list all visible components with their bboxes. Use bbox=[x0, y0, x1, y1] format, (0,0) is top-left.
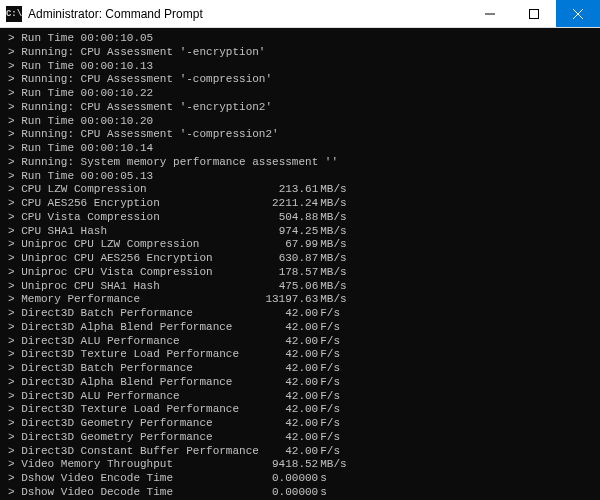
result-value: 0.00000 bbox=[246, 486, 319, 500]
result-value: 475.06 bbox=[246, 280, 319, 294]
result-label: Uniproc CPU SHA1 Hash bbox=[21, 280, 245, 294]
result-label: Dshow Video Decode Time bbox=[21, 486, 245, 500]
result-line: Direct3D Texture Load Performance42.00F/… bbox=[8, 403, 592, 417]
result-unit: s bbox=[318, 472, 327, 486]
result-unit: F/s bbox=[318, 417, 340, 431]
result-label: CPU SHA1 Hash bbox=[21, 225, 245, 239]
result-line: Direct3D Geometry Performance42.00F/s bbox=[8, 417, 592, 431]
output-line: Run Time 00:00:10.05 bbox=[8, 32, 592, 46]
result-value: 42.00 bbox=[246, 431, 319, 445]
output-line: Running: CPU Assessment '-encryption2' bbox=[8, 101, 592, 115]
result-unit: MB/s bbox=[318, 183, 346, 197]
result-unit: MB/s bbox=[318, 197, 346, 211]
titlebar[interactable]: C:\ Administrator: Command Prompt bbox=[0, 0, 600, 28]
terminal-output[interactable]: Run Time 00:00:10.05Running: CPU Assessm… bbox=[0, 28, 600, 500]
result-label: Video Memory Throughput bbox=[21, 458, 245, 472]
result-line: Dshow Video Decode Time0.00000s bbox=[8, 486, 592, 500]
result-label: Direct3D Batch Performance bbox=[21, 307, 245, 321]
result-unit: F/s bbox=[318, 431, 340, 445]
result-unit: MB/s bbox=[318, 280, 346, 294]
result-line: CPU AES256 Encryption2211.24MB/s bbox=[8, 197, 592, 211]
result-value: 42.00 bbox=[246, 362, 319, 376]
result-label: Direct3D Alpha Blend Performance bbox=[21, 321, 245, 335]
result-unit: MB/s bbox=[318, 266, 346, 280]
maximize-icon bbox=[529, 9, 539, 19]
result-line: Direct3D Batch Performance42.00F/s bbox=[8, 362, 592, 376]
output-line: Running: CPU Assessment '-compression' bbox=[8, 73, 592, 87]
result-label: Direct3D ALU Performance bbox=[21, 390, 245, 404]
result-value: 42.00 bbox=[246, 445, 319, 459]
result-unit: MB/s bbox=[318, 293, 346, 307]
result-line: Memory Performance13197.63MB/s bbox=[8, 293, 592, 307]
command-prompt-window: C:\ Administrator: Command Prompt Run Ti… bbox=[0, 0, 600, 500]
result-unit: F/s bbox=[318, 376, 340, 390]
result-label: Uniproc CPU Vista Compression bbox=[21, 266, 245, 280]
result-unit: s bbox=[318, 486, 327, 500]
close-icon bbox=[573, 9, 583, 19]
result-value: 42.00 bbox=[246, 321, 319, 335]
result-value: 42.00 bbox=[246, 403, 319, 417]
result-label: Direct3D Constant Buffer Performance bbox=[21, 445, 245, 459]
result-label: Uniproc CPU AES256 Encryption bbox=[21, 252, 245, 266]
minimize-icon bbox=[485, 9, 495, 19]
result-value: 213.61 bbox=[246, 183, 319, 197]
output-line: Running: CPU Assessment '-encryption' bbox=[8, 46, 592, 60]
result-line: Uniproc CPU AES256 Encryption630.87MB/s bbox=[8, 252, 592, 266]
result-label: CPU Vista Compression bbox=[21, 211, 245, 225]
result-label: Direct3D Geometry Performance bbox=[21, 431, 245, 445]
result-line: Dshow Video Encode Time0.00000s bbox=[8, 472, 592, 486]
result-label: Uniproc CPU LZW Compression bbox=[21, 238, 245, 252]
result-label: Direct3D Alpha Blend Performance bbox=[21, 376, 245, 390]
result-line: CPU LZW Compression213.61MB/s bbox=[8, 183, 592, 197]
result-label: Direct3D Batch Performance bbox=[21, 362, 245, 376]
result-label: Direct3D Texture Load Performance bbox=[21, 348, 245, 362]
result-line: Direct3D Alpha Blend Performance42.00F/s bbox=[8, 376, 592, 390]
svg-rect-0 bbox=[530, 9, 539, 18]
result-line: Uniproc CPU LZW Compression67.99MB/s bbox=[8, 238, 592, 252]
result-value: 42.00 bbox=[246, 335, 319, 349]
window-controls bbox=[468, 0, 600, 27]
minimize-button[interactable] bbox=[468, 0, 512, 27]
close-button[interactable] bbox=[556, 0, 600, 27]
maximize-button[interactable] bbox=[512, 0, 556, 27]
result-value: 178.57 bbox=[246, 266, 319, 280]
result-value: 42.00 bbox=[246, 417, 319, 431]
window-title: Administrator: Command Prompt bbox=[28, 7, 203, 21]
title-left: C:\ Administrator: Command Prompt bbox=[0, 6, 203, 22]
result-unit: MB/s bbox=[318, 211, 346, 225]
result-label: CPU AES256 Encryption bbox=[21, 197, 245, 211]
result-unit: F/s bbox=[318, 362, 340, 376]
result-unit: F/s bbox=[318, 307, 340, 321]
result-label: CPU LZW Compression bbox=[21, 183, 245, 197]
result-value: 2211.24 bbox=[246, 197, 319, 211]
output-line: Running: System memory performance asses… bbox=[8, 156, 592, 170]
result-label: Direct3D Texture Load Performance bbox=[21, 403, 245, 417]
result-line: Uniproc CPU SHA1 Hash475.06MB/s bbox=[8, 280, 592, 294]
result-unit: F/s bbox=[318, 348, 340, 362]
result-value: 630.87 bbox=[246, 252, 319, 266]
result-value: 42.00 bbox=[246, 348, 319, 362]
result-value: 67.99 bbox=[246, 238, 319, 252]
result-label: Dshow Video Encode Time bbox=[21, 472, 245, 486]
cmd-icon: C:\ bbox=[6, 6, 22, 22]
result-unit: F/s bbox=[318, 403, 340, 417]
result-unit: F/s bbox=[318, 335, 340, 349]
result-line: Direct3D Texture Load Performance42.00F/… bbox=[8, 348, 592, 362]
result-value: 42.00 bbox=[246, 376, 319, 390]
result-unit: MB/s bbox=[318, 225, 346, 239]
result-label: Direct3D ALU Performance bbox=[21, 335, 245, 349]
result-unit: F/s bbox=[318, 390, 340, 404]
result-label: Direct3D Geometry Performance bbox=[21, 417, 245, 431]
result-line: Direct3D Geometry Performance42.00F/s bbox=[8, 431, 592, 445]
output-line: Run Time 00:00:10.13 bbox=[8, 60, 592, 74]
result-label: Memory Performance bbox=[21, 293, 245, 307]
result-value: 42.00 bbox=[246, 390, 319, 404]
result-value: 13197.63 bbox=[246, 293, 319, 307]
output-line: Running: CPU Assessment '-compression2' bbox=[8, 128, 592, 142]
result-value: 42.00 bbox=[246, 307, 319, 321]
result-value: 504.88 bbox=[246, 211, 319, 225]
result-unit: MB/s bbox=[318, 252, 346, 266]
output-line: Run Time 00:00:10.14 bbox=[8, 142, 592, 156]
result-unit: F/s bbox=[318, 321, 340, 335]
output-line: Run Time 00:00:10.20 bbox=[8, 115, 592, 129]
